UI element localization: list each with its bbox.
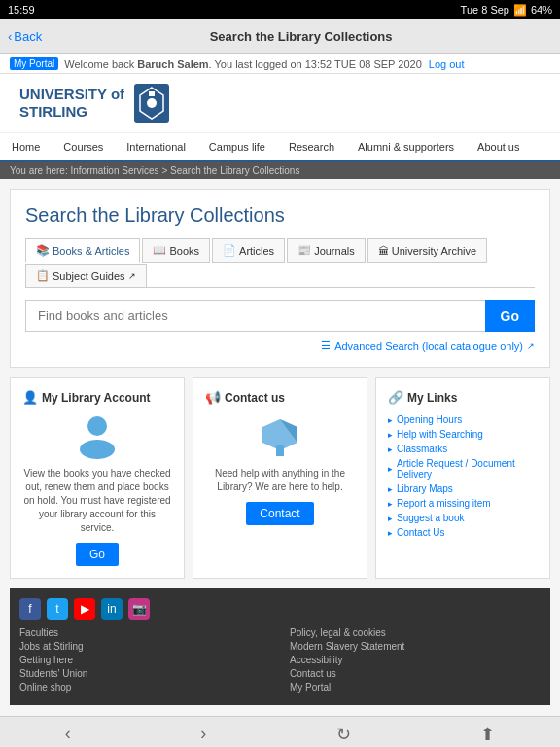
browser-forward-icon[interactable]: › [200, 724, 206, 744]
status-bar: 15:59 Tue 8 Sep 📶 64% [0, 0, 560, 19]
search-tabs: 📚 Books & Articles 📖 Books 📄 Articles 📰 … [25, 238, 535, 288]
my-links-list: Opening Hours Help with Searching Classm… [388, 412, 538, 540]
breadcrumb-path: Information Services > Search the Librar… [70, 165, 299, 176]
status-date: Tue 8 Sep [461, 4, 509, 16]
search-box-row: Go [25, 300, 535, 332]
breadcrumb: You are here: Information Services > Sea… [0, 162, 560, 179]
browser-share-icon[interactable]: ⬆ [480, 724, 495, 745]
tab-books[interactable]: 📖 Books [142, 238, 210, 263]
status-time: 15:59 [8, 4, 35, 16]
welcome-text: Welcome back Baruch Salem. You last logg… [64, 58, 464, 70]
twitter-icon[interactable]: t [47, 598, 68, 620]
link-missing-item[interactable]: Report a missing item [388, 496, 538, 511]
links-card-title: 🔗 My Links [388, 390, 538, 405]
link-icon: 🔗 [388, 390, 403, 405]
browser-page-title: Search the Library Collections [50, 29, 552, 44]
my-portal-badge[interactable]: My Portal [10, 57, 58, 70]
footer-my-portal[interactable]: My Portal [290, 682, 541, 693]
breadcrumb-label: You are here: [10, 165, 68, 176]
navigation-bar: Home Courses International Campus life R… [0, 133, 560, 162]
svg-rect-3 [149, 91, 155, 96]
battery-status: 64% [531, 4, 552, 16]
library-card-title: 👤 My Library Account [22, 390, 172, 405]
svg-point-2 [147, 98, 157, 108]
wifi-icon: 📶 [513, 4, 527, 17]
instagram-icon[interactable]: 📷 [128, 598, 150, 620]
footer-faculties[interactable]: Faculties [19, 627, 270, 638]
tab-subject-guides[interactable]: 📋 Subject Guides ↗ [25, 264, 147, 288]
tab-books-articles[interactable]: 📚 Books & Articles [25, 238, 140, 263]
link-help-searching[interactable]: Help with Searching [388, 427, 538, 442]
tab-articles[interactable]: 📄 Articles [212, 238, 285, 263]
library-go-button[interactable]: Go [76, 543, 119, 566]
my-portal-bar: My Portal Welcome back Baruch Salem. You… [0, 54, 560, 74]
nav-about-us[interactable]: About us [466, 133, 531, 160]
guides-icon: 📋 [36, 269, 50, 282]
search-heading: Search the Library Collections [25, 204, 535, 227]
footer-slavery[interactable]: Modern Slavery Statement [290, 641, 541, 652]
back-chevron-icon: ‹ [8, 29, 12, 44]
footer-getting-here[interactable]: Getting here [19, 655, 270, 665]
link-library-maps[interactable]: Library Maps [388, 481, 538, 496]
university-header: UNIVERSITY of STIRLING [0, 74, 560, 133]
contact-card-body: Need help with anything in the Library? … [205, 467, 355, 494]
tab-journals[interactable]: 📰 Journals [287, 238, 366, 263]
footer-jobs[interactable]: Jobs at Stirling [19, 641, 270, 652]
footer-online-shop[interactable]: Online shop [19, 682, 270, 693]
list-icon: ☰ [321, 339, 331, 352]
nav-campus-life[interactable]: Campus life [197, 133, 277, 160]
nav-home[interactable]: Home [0, 133, 52, 160]
back-button[interactable]: ‹ Back [8, 29, 42, 44]
books-articles-icon: 📚 [36, 244, 50, 257]
footer-accessibility[interactable]: Accessibility [290, 655, 541, 665]
link-article-request[interactable]: Article Request / Document Delivery [388, 456, 538, 481]
archive-icon: 🏛 [378, 245, 389, 257]
facebook-icon[interactable]: f [19, 598, 41, 620]
contact-card-title: 📢 Contact us [205, 390, 355, 405]
browser-reload-icon[interactable]: ↻ [336, 724, 351, 745]
library-account-card: 👤 My Library Account View the books you … [10, 377, 185, 579]
nav-research[interactable]: Research [277, 133, 346, 160]
youtube-icon[interactable]: ▶ [74, 598, 95, 620]
contact-button[interactable]: Contact [246, 502, 313, 525]
link-opening-hours[interactable]: Opening Hours [388, 412, 538, 427]
footer-col-2: Policy, legal & cookies Modern Slavery S… [290, 627, 541, 695]
footer: f t ▶ in 📷 Faculties Jobs at Stirling Ge… [10, 588, 550, 705]
footer-links-row: Faculties Jobs at Stirling Getting here … [19, 627, 541, 695]
footer-policy[interactable]: Policy, legal & cookies [290, 627, 541, 638]
contact-card: 📢 Contact us Need help with anything in … [192, 377, 368, 579]
megaphone-icon: 📢 [205, 390, 221, 405]
tab-university-archive[interactable]: 🏛 University Archive [368, 238, 487, 263]
user-name: Baruch Salem [137, 58, 208, 70]
library-card-body: View the books you have checked out, ren… [22, 467, 172, 535]
contact-card-icon-large [205, 412, 355, 461]
nav-alumni[interactable]: Alumni & supporters [346, 133, 466, 160]
my-links-card: 🔗 My Links Opening Hours Help with Searc… [375, 377, 550, 579]
articles-icon: 📄 [223, 244, 236, 257]
svg-point-5 [80, 440, 115, 459]
nav-international[interactable]: International [115, 133, 197, 160]
linkedin-icon[interactable]: in [101, 598, 122, 620]
link-suggest-book[interactable]: Suggest a book [388, 511, 538, 525]
link-contact-us[interactable]: Contact Us [388, 525, 538, 540]
footer-col-1: Faculties Jobs at Stirling Getting here … [19, 627, 270, 695]
external-icon: ↗ [527, 341, 535, 351]
back-label: Back [14, 29, 42, 44]
logout-link[interactable]: Log out [429, 58, 465, 70]
books-icon: 📖 [153, 244, 166, 257]
link-classmarks[interactable]: Classmarks [388, 442, 538, 456]
browser-back-icon[interactable]: ‹ [65, 724, 71, 744]
search-input[interactable] [25, 300, 485, 332]
person-icon: 👤 [22, 390, 38, 405]
nav-courses[interactable]: Courses [52, 133, 115, 160]
footer-students-union[interactable]: Students' Union [19, 668, 270, 679]
search-go-button[interactable]: Go [485, 300, 535, 332]
footer-social: f t ▶ in 📷 [19, 598, 541, 620]
university-crest-icon [134, 84, 169, 123]
footer-contact[interactable]: Contact us [290, 668, 541, 679]
advanced-search-link[interactable]: ☰ Advanced Search (local catalogue only)… [25, 339, 535, 352]
bottom-browser-bar: ‹ › ↻ ⬆ [0, 716, 560, 747]
browser-bar: ‹ Back Search the Library Collections [0, 19, 560, 54]
page-content: My Portal Welcome back Baruch Salem. You… [0, 54, 560, 716]
svg-point-4 [88, 416, 107, 436]
